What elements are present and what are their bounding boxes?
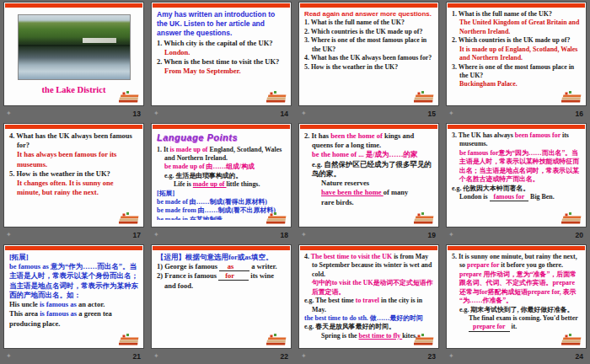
text-segment: e.g. 伦敦因大本钟而著名。	[452, 185, 529, 192]
text-line: 2. Which countries is the UK made up of?	[304, 28, 433, 36]
text-line: Life is made up of little things.	[157, 180, 286, 189]
slide-number: 20	[576, 231, 583, 239]
animation-star-icon[interactable]: ✦	[6, 110, 12, 117]
text-line: 3. Where is one of the most famous place…	[452, 63, 581, 81]
text-segment: From May to September.	[164, 67, 241, 75]
text-segment: Spring is the	[321, 332, 359, 340]
publisher-logo-icon	[414, 91, 436, 104]
slide-thumbnail-15[interactable]: Read again and answer more questions.1. …	[298, 2, 439, 106]
text-segment: e.g. 春天是放风筝最好的时间。	[304, 323, 395, 330]
text-line: be made of 由……制成(看得出原材料)	[157, 198, 286, 206]
text-line: e.g. The best time to travel in the city…	[304, 297, 433, 314]
text-segment: 2. Which countries is the UK made up of?	[304, 28, 422, 35]
text-segment: [拓展]	[157, 190, 174, 197]
slide-number: 21	[133, 352, 141, 361]
slide-content: Language Points1. It is made up of Engla…	[152, 129, 291, 220]
slide-thumbnail-20[interactable]: 3. The UK has always been famous for its…	[446, 123, 587, 228]
thumbnail-footer: ✦23	[298, 349, 439, 362]
publisher-logo-icon	[561, 212, 583, 225]
text-segment: e.g. 生活是由琐事构成的。	[164, 172, 242, 179]
text-line: It changes often. It is sunny one minute…	[9, 179, 138, 197]
thumbnail-footer: ✦20	[446, 228, 587, 241]
animation-star-icon[interactable]: ✦	[153, 110, 159, 117]
text-segment: Big Ben.	[528, 193, 554, 201]
text-segment: it.	[510, 323, 518, 330]
text-line: 1. What is the full name of the UK?	[452, 10, 581, 19]
slide-cell: 【运用】根据句意选用for或as填空。1) George is famous a…	[148, 243, 295, 364]
text-segment: rare birds.	[321, 198, 354, 206]
text-segment: Buckingham Palace.	[459, 80, 518, 88]
slide-number: 14	[281, 110, 288, 118]
slide-thumbnail-21[interactable]: [拓展]be famous as 意为“作为……而出名”。当主语是人时，常表示以…	[3, 244, 144, 349]
text-segment: Read again and answer more questions.	[304, 10, 432, 18]
slide-thumbnail-24[interactable]: 5. It is sunny one minute, but rainy the…	[446, 244, 587, 349]
text-segment: [拓展]	[9, 253, 29, 261]
text-line: It has always been famous for its museum…	[9, 150, 138, 169]
text-line: 5. It is sunny one minute, but rainy the…	[452, 253, 581, 270]
slide-sorter-grid: the Lake District✦13Amy has written an i…	[0, 0, 590, 364]
text-segment: 4.	[304, 253, 311, 260]
text-segment: be famous for意为“因为……而出名”。当主语是人时，常表示以某种技能…	[459, 149, 579, 183]
animation-star-icon[interactable]: ✦	[301, 353, 307, 360]
text-line: Read again and answer more questions.	[304, 10, 433, 19]
text-line: London.	[157, 48, 286, 57]
text-segment: 4. What has the UK always been famous fo…	[304, 54, 432, 62]
slide-cell: [拓展]be famous as 意为“作为……而出名”。当主语是人时，常表示以…	[0, 243, 148, 364]
animation-star-icon[interactable]: ✦	[301, 232, 307, 238]
text-line: 1) George is famous as a writer.	[157, 262, 286, 271]
slide-thumbnail-23[interactable]: 4. The best time to visit the UK is from…	[298, 244, 439, 349]
text-segment: 3. Where is one of the most famous place…	[452, 63, 574, 79]
animation-star-icon[interactable]: ✦	[153, 232, 159, 238]
text-segment: be famous as 意为“作为……而出名”。当主语是人时，常表示以某个身份…	[9, 262, 138, 299]
text-line: From May to September.	[157, 67, 286, 76]
text-line: 4. What has the UK always been famous fo…	[304, 54, 433, 62]
text-line: be the home of ... 是/成为……的家	[304, 150, 433, 159]
slide-accent-bar	[5, 3, 142, 8]
animation-star-icon[interactable]: ✦	[153, 353, 159, 360]
text-segment: have been the home	[321, 188, 384, 196]
animation-star-icon[interactable]: ✦	[301, 110, 307, 117]
animation-star-icon[interactable]: ✦	[448, 110, 454, 117]
text-segment: 1. What is the full name of the UK?	[452, 10, 552, 18]
publisher-logo-icon	[266, 334, 288, 346]
slide-thumbnail-16[interactable]: 1. What is the full name of the UK?The U…	[446, 2, 587, 106]
animation-star-icon[interactable]: ✦	[6, 353, 12, 360]
animation-star-icon[interactable]: ✦	[448, 232, 454, 238]
text-line: the best time to do sth. 做……最好的时间	[304, 314, 433, 323]
text-segment: London is	[459, 193, 490, 201]
text-segment: prepare 用作动词，意为“准备”，后面常跟名词、代词、不定式作宾语。pre…	[459, 270, 577, 304]
slide-cell: Amy has written an introduction to the U…	[148, 0, 295, 121]
text-line: 3. The UK has always been famous for its…	[452, 131, 581, 149]
text-segment: be made up of 由……组成/构成	[164, 163, 255, 170]
text-line: be famous for意为“因为……而出名”。当主语是人时，常表示以某种技能…	[452, 149, 581, 185]
text-line: 5. How is the weather in the UK?	[304, 63, 433, 72]
text-segment: 1. What is the full name of the UK?	[304, 19, 405, 26]
text-segment: 1) George is famous	[157, 262, 219, 270]
text-segment: be made from 由……制成(看不出原材料)	[157, 206, 276, 214]
text-segment: to travel	[356, 297, 381, 304]
text-segment: 【运用】根据句意选用for或as填空。	[157, 253, 272, 261]
animation-star-icon[interactable]: ✦	[6, 232, 12, 238]
slide-thumbnail-13[interactable]: the Lake District	[3, 2, 144, 106]
slide-cell: 3. The UK has always been famous for its…	[442, 121, 590, 243]
animation-star-icon[interactable]: ✦	[448, 353, 454, 360]
text-segment: been famous for	[515, 131, 562, 139]
text-segment: 2. When is the best time to visit the UK…	[157, 57, 279, 66]
text-segment: The best time to visit the UK	[311, 253, 394, 260]
slide-thumbnail-18[interactable]: Language Points1. It is made up of Engla…	[151, 123, 292, 228]
text-line: e.g. 伦敦因大本钟而著名。	[452, 185, 581, 193]
text-segment: The final exam is coming. You'd better	[469, 314, 578, 322]
text-segment: of many	[384, 188, 409, 196]
slide-thumbnail-19[interactable]: 2. It has been the home of kings and que…	[298, 123, 439, 228]
text-line: 2. It has been the home of kings and que…	[304, 131, 433, 150]
slide-thumbnail-14[interactable]: Amy has written an introduction to the U…	[151, 2, 292, 106]
text-line: [拓展]	[157, 190, 286, 198]
thumbnail-footer: ✦14	[151, 106, 292, 120]
slide-thumbnail-17[interactable]: 4. What has the UK always been famous fo…	[3, 123, 144, 228]
text-segment: prepare for	[469, 324, 510, 331]
text-segment: be the home of ... 是/成为……的家	[312, 150, 418, 158]
thumbnail-footer: ✦21	[3, 349, 144, 362]
text-line: 1. What is the full name of the UK?	[304, 19, 433, 27]
slide-thumbnail-22[interactable]: 【运用】根据句意选用for或as填空。1) George is famous a…	[151, 244, 292, 349]
text-segment: made up of	[193, 180, 227, 188]
